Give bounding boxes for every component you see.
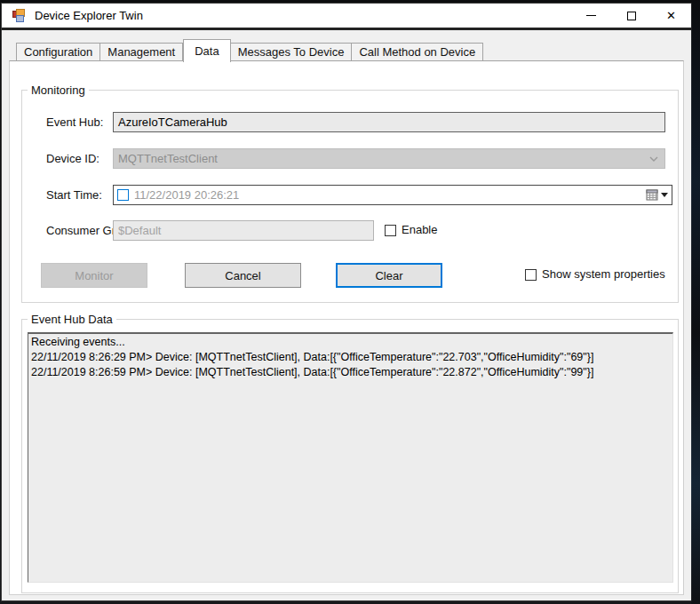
- close-button[interactable]: ✕: [651, 4, 691, 28]
- app-icon: [12, 9, 27, 22]
- maximize-icon: [627, 12, 636, 20]
- enable-checkbox-label: Enable: [402, 223, 437, 236]
- chevron-down-icon: [648, 153, 660, 165]
- start-time-checkbox[interactable]: [117, 189, 129, 201]
- show-system-properties-checkbox[interactable]: [525, 269, 537, 281]
- event-hub-input[interactable]: AzureIoTCameraHub: [113, 112, 665, 132]
- desktop-background: Device Explorer Twin ✕ Configuration Man…: [0, 0, 700, 604]
- calendar-icon: [646, 189, 658, 201]
- dropdown-arrow-icon[interactable]: [661, 193, 668, 197]
- app-window: Device Explorer Twin ✕ Configuration Man…: [2, 4, 691, 600]
- minimize-icon: [586, 15, 596, 16]
- start-time-picker[interactable]: 11/22/2019 20:26:21: [113, 185, 672, 205]
- log-line: 22/11/2019 8:26:29 PM> Device: [MQTTnetT…: [31, 350, 670, 365]
- cancel-button[interactable]: Cancel: [185, 263, 301, 288]
- show-system-properties-label: Show system properties: [542, 267, 665, 281]
- enable-checkbox[interactable]: [385, 225, 396, 236]
- tab-strip: Configuration Management Data Messages T…: [16, 39, 483, 61]
- device-id-dropdown: MQTTnetTestClient: [113, 148, 665, 169]
- tab-data[interactable]: Data: [183, 39, 230, 62]
- event-hub-data-log[interactable]: Receiving events... 22/11/2019 8:26:29 P…: [28, 332, 673, 583]
- event-hub-label: Event Hub:: [46, 113, 103, 132]
- window-controls: ✕: [571, 4, 691, 28]
- tab-configuration[interactable]: Configuration: [16, 43, 100, 61]
- start-time-label: Start Time:: [46, 186, 102, 205]
- maximize-button[interactable]: [611, 4, 651, 28]
- log-line: 22/11/2019 8:26:59 PM> Device: [MQTTnetT…: [31, 365, 670, 380]
- log-line: Receiving events...: [31, 335, 670, 350]
- close-icon: ✕: [666, 10, 676, 21]
- window-title: Device Explorer Twin: [35, 9, 143, 22]
- consumer-group-input: $Default: [113, 220, 374, 241]
- event-hub-data-group-title: Event Hub Data: [28, 313, 116, 326]
- tab-management[interactable]: Management: [100, 43, 183, 61]
- start-time-value: 11/22/2019 20:26:21: [134, 188, 646, 202]
- title-bar: Device Explorer Twin ✕: [2, 4, 691, 28]
- tab-call-method-on-device[interactable]: Call Method on Device: [352, 43, 483, 61]
- titlebar-separator: [2, 28, 691, 30]
- device-id-label: Device ID:: [46, 149, 99, 169]
- monitoring-group-title: Monitoring: [28, 83, 89, 97]
- clear-button[interactable]: Clear: [336, 263, 442, 288]
- tab-messages-to-device[interactable]: Messages To Device: [231, 43, 353, 61]
- minimize-button[interactable]: [571, 4, 611, 28]
- monitor-button: Monitor: [41, 263, 147, 288]
